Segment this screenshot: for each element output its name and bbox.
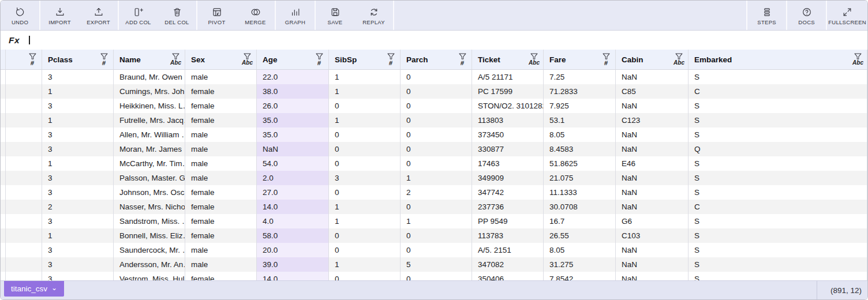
cell-pclass[interactable]: 3 xyxy=(42,171,114,185)
cell-sibsp[interactable]: 1 xyxy=(329,214,401,228)
cell-pclass[interactable]: 3 xyxy=(42,214,114,228)
cell-sibsp[interactable]: 0 xyxy=(329,185,401,200)
cell-embarked[interactable]: S xyxy=(689,228,867,243)
cell-fare[interactable]: 51.8625 xyxy=(544,156,616,171)
cell-cabin[interactable]: NaN xyxy=(616,99,689,113)
cell-pclass[interactable]: 1 xyxy=(42,84,114,99)
cell-parch[interactable]: 2 xyxy=(401,185,472,200)
cell-fare[interactable]: 8.05 xyxy=(544,243,616,257)
toolbar-button-steps[interactable]: STEPS xyxy=(747,1,786,30)
cell-pclass[interactable]: 3 xyxy=(42,243,114,257)
row-index-cell[interactable] xyxy=(1,84,42,99)
cell-parch[interactable]: 0 xyxy=(401,142,472,156)
cell-sex[interactable]: male xyxy=(185,243,257,257)
cell-age[interactable]: 2.0 xyxy=(257,171,329,185)
row-index-cell[interactable] xyxy=(1,228,42,243)
cell-ticket[interactable]: 373450 xyxy=(472,127,544,142)
cell-sibsp[interactable]: 0 xyxy=(329,228,401,243)
cell-cabin[interactable]: G6 xyxy=(616,214,689,228)
cell-name[interactable]: Andersson, Mr. An… xyxy=(114,257,185,272)
cell-sibsp[interactable]: 1 xyxy=(329,70,401,84)
cell-parch[interactable]: 5 xyxy=(401,257,472,272)
cell-ticket[interactable]: 330877 xyxy=(472,142,544,156)
cell-cabin[interactable]: C123 xyxy=(616,113,689,127)
cell-name[interactable]: Moran, Mr. James xyxy=(114,142,185,156)
cell-fare[interactable]: 11.1333 xyxy=(544,185,616,200)
cell-pclass[interactable]: 1 xyxy=(42,228,114,243)
cell-ticket[interactable]: PP 9549 xyxy=(472,214,544,228)
cell-cabin[interactable]: NaN xyxy=(616,171,689,185)
cell-sibsp[interactable]: 0 xyxy=(329,142,401,156)
cell-name[interactable]: Saundercock, Mr. … xyxy=(114,243,185,257)
cell-age[interactable]: 27.0 xyxy=(257,185,329,200)
cell-cabin[interactable]: C85 xyxy=(616,84,689,99)
cell-sibsp[interactable]: 0 xyxy=(329,156,401,171)
row-index-cell[interactable] xyxy=(1,127,42,142)
toolbar-button-export[interactable]: EXPORT xyxy=(79,1,118,30)
cell-embarked[interactable]: C xyxy=(689,84,867,99)
cell-parch[interactable]: 0 xyxy=(401,99,472,113)
cell-parch[interactable]: 1 xyxy=(401,171,472,185)
cell-sibsp[interactable]: 1 xyxy=(329,200,401,214)
cell-sex[interactable]: female xyxy=(185,228,257,243)
cell-name[interactable]: Vestrom, Miss. Hul… xyxy=(114,272,185,280)
cell-cabin[interactable]: NaN xyxy=(616,257,689,272)
cell-age[interactable]: 39.0 xyxy=(257,257,329,272)
cell-ticket[interactable]: 347742 xyxy=(472,185,544,200)
row-index-cell[interactable] xyxy=(1,214,42,228)
cell-sex[interactable]: female xyxy=(185,99,257,113)
cell-sex[interactable]: female xyxy=(185,113,257,127)
cell-fare[interactable]: 16.7 xyxy=(544,214,616,228)
cell-ticket[interactable]: PC 17599 xyxy=(472,84,544,99)
cell-sex[interactable]: male xyxy=(185,70,257,84)
cell-ticket[interactable]: 113783 xyxy=(472,228,544,243)
cell-ticket[interactable]: 113803 xyxy=(472,113,544,127)
cell-fare[interactable]: 7.925 xyxy=(544,99,616,113)
cell-sex[interactable]: female xyxy=(185,84,257,99)
cell-cabin[interactable]: NaN xyxy=(616,200,689,214)
cell-age[interactable]: 26.0 xyxy=(257,99,329,113)
toolbar-button-add-col[interactable]: ADD COL xyxy=(119,1,158,30)
cell-sibsp[interactable]: 3 xyxy=(329,171,401,185)
cell-pclass[interactable]: 1 xyxy=(42,113,114,127)
cell-parch[interactable]: 0 xyxy=(401,113,472,127)
toolbar-button-import[interactable]: IMPORT xyxy=(40,1,79,30)
cell-pclass[interactable]: 3 xyxy=(42,127,114,142)
cell-ticket[interactable]: 347082 xyxy=(472,257,544,272)
cell-name[interactable]: Futrelle, Mrs. Jacq… xyxy=(114,113,185,127)
cell-embarked[interactable]: S xyxy=(689,272,867,280)
cell-age[interactable]: 20.0 xyxy=(257,243,329,257)
cell-pclass[interactable]: 3 xyxy=(42,185,114,200)
cell-sibsp[interactable]: 0 xyxy=(329,243,401,257)
cell-pclass[interactable]: 2 xyxy=(42,200,114,214)
column-header-cabin[interactable]: CabinAbc xyxy=(616,50,689,69)
cell-embarked[interactable]: S xyxy=(689,257,867,272)
cell-age[interactable]: 14.0 xyxy=(257,272,329,280)
row-index-cell[interactable] xyxy=(1,200,42,214)
cell-age[interactable]: 14.0 xyxy=(257,200,329,214)
cell-cabin[interactable]: NaN xyxy=(616,142,689,156)
row-index-cell[interactable] xyxy=(1,142,42,156)
cell-name[interactable]: Allen, Mr. William … xyxy=(114,127,185,142)
cell-fare[interactable]: 7.8542 xyxy=(544,272,616,280)
cell-embarked[interactable]: Q xyxy=(689,142,867,156)
cell-parch[interactable]: 0 xyxy=(401,127,472,142)
cell-embarked[interactable]: S xyxy=(689,99,867,113)
cell-age[interactable]: NaN xyxy=(257,142,329,156)
cell-fare[interactable]: 8.05 xyxy=(544,127,616,142)
cell-sibsp[interactable]: 0 xyxy=(329,272,401,280)
cell-parch[interactable]: 1 xyxy=(401,214,472,228)
cell-sex[interactable]: male xyxy=(185,156,257,171)
cell-cabin[interactable]: NaN xyxy=(616,127,689,142)
cell-embarked[interactable]: S xyxy=(689,185,867,200)
cell-name[interactable]: Cumings, Mrs. Joh… xyxy=(114,84,185,99)
cell-age[interactable]: 22.0 xyxy=(257,70,329,84)
cell-pclass[interactable]: 1 xyxy=(42,156,114,171)
cell-parch[interactable]: 0 xyxy=(401,84,472,99)
cell-sibsp[interactable]: 0 xyxy=(329,127,401,142)
cell-age[interactable]: 38.0 xyxy=(257,84,329,99)
column-header-pclass[interactable]: Pclass# xyxy=(42,50,114,69)
cell-sibsp[interactable]: 1 xyxy=(329,84,401,99)
toolbar-button-pivot[interactable]: PIVOT xyxy=(197,1,236,30)
cell-embarked[interactable]: S xyxy=(689,127,867,142)
